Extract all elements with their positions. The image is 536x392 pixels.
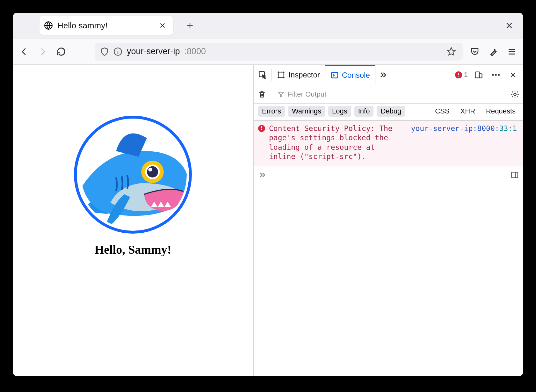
svg-point-6	[147, 166, 158, 178]
devtools-close-button[interactable]	[507, 69, 519, 81]
app-menu-button[interactable]	[505, 45, 518, 58]
console-body: ! Content Security Policy: The page's se…	[254, 121, 523, 376]
avatar-image	[74, 116, 192, 234]
devtools-menu-button[interactable]	[489, 69, 502, 81]
svg-point-13	[492, 74, 494, 76]
split-panel-button[interactable]	[511, 171, 519, 179]
error-icon: !	[258, 125, 265, 132]
error-source-loc: :33:1	[495, 124, 517, 133]
window-close-button[interactable]	[503, 19, 516, 32]
page-heading: Hello, Sammy!	[95, 243, 171, 257]
bookmark-star-button[interactable]	[445, 45, 458, 58]
console-filter-row: Filter Output	[254, 85, 523, 104]
reload-button[interactable]	[55, 45, 68, 58]
pocket-button[interactable]	[468, 45, 481, 58]
console-label: Console	[342, 71, 370, 80]
responsive-mode-button[interactable]	[472, 69, 485, 81]
devtools-tabbar: Inspector Console ! 1	[254, 65, 523, 85]
console-categories: Errors Warnings Logs Info Debug CSS XHR …	[254, 104, 523, 121]
devtools-tab-console[interactable]: Console	[325, 65, 375, 85]
console-settings-button[interactable]	[509, 88, 521, 101]
info-icon[interactable]	[113, 47, 122, 56]
cat-css[interactable]: CSS	[432, 106, 453, 117]
browser-tab[interactable]: Hello sammy!	[40, 16, 173, 35]
tab-strip: Hello sammy!	[13, 13, 523, 38]
clear-console-button[interactable]	[256, 88, 268, 101]
tab-title: Hello sammy!	[57, 21, 152, 31]
error-icon: !	[455, 71, 462, 78]
settings-wrench-button[interactable]	[487, 45, 500, 58]
svg-rect-9	[278, 72, 284, 77]
page-viewport: Hello, Sammy!	[13, 65, 253, 376]
svg-point-14	[495, 74, 497, 76]
svg-point-15	[498, 74, 500, 76]
error-source[interactable]: your-server-ip:8000:33:1	[411, 124, 517, 162]
filter-placeholder: Filter Output	[288, 90, 326, 98]
devtools-tab-inspector[interactable]: Inspector	[272, 65, 325, 85]
url-bar[interactable]: your-server-ip:8000	[95, 43, 463, 61]
cat-requests[interactable]: Requests	[483, 106, 519, 117]
chevrons-right-icon	[258, 171, 266, 179]
back-button[interactable]	[18, 45, 31, 58]
console-error-message: ! Content Security Policy: The page's se…	[254, 121, 523, 166]
error-count-badge[interactable]: ! 1	[455, 71, 468, 79]
cat-errors[interactable]: Errors	[258, 106, 285, 117]
shark-illustration	[77, 119, 189, 231]
svg-point-16	[514, 93, 516, 95]
devtools-tab-overflow[interactable]	[375, 65, 391, 85]
console-prompt[interactable]	[254, 166, 523, 184]
url-port: :8000	[185, 47, 206, 56]
svg-point-7	[148, 168, 152, 171]
toolbar: your-server-ip:8000	[13, 38, 523, 64]
devtools-picker-button[interactable]	[254, 65, 272, 85]
new-tab-button[interactable]	[184, 19, 196, 32]
filter-output-input[interactable]: Filter Output	[278, 90, 506, 98]
cat-debug[interactable]: Debug	[377, 106, 405, 117]
shield-icon[interactable]	[100, 47, 109, 56]
cat-xhr[interactable]: XHR	[457, 106, 478, 117]
browser-window: Hello sammy!	[13, 13, 523, 376]
content-row: Hello, Sammy! Inspector Console	[13, 64, 523, 376]
devtools-panel: Inspector Console ! 1	[253, 65, 523, 376]
cat-warnings[interactable]: Warnings	[288, 106, 325, 117]
inspector-label: Inspector	[288, 70, 320, 79]
filter-icon	[278, 91, 285, 98]
cat-info[interactable]: Info	[354, 106, 374, 117]
error-count: 1	[464, 71, 468, 79]
tab-close-button[interactable]	[156, 19, 169, 32]
cat-logs[interactable]: Logs	[328, 106, 351, 117]
devtools-right-tools: ! 1	[455, 69, 523, 81]
error-text: Content Security Policy: The page's sett…	[269, 124, 400, 162]
error-source-host: your-server-ip:8000	[411, 124, 495, 133]
forward-button[interactable]	[36, 45, 49, 58]
globe-icon	[44, 21, 53, 30]
url-host: your-server-ip	[127, 47, 180, 56]
svg-rect-17	[511, 172, 518, 178]
